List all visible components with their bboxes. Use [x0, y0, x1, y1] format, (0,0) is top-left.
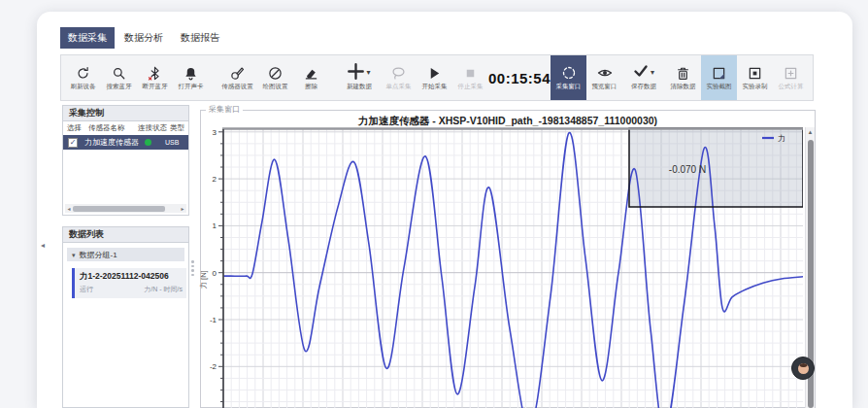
- open-soundcard-button[interactable]: 打开声卡: [173, 55, 209, 100]
- legend-label: 力: [778, 134, 785, 143]
- chevron-down-icon[interactable]: ▾: [366, 69, 370, 77]
- toolbar-gap: [329, 55, 338, 100]
- stop-collect-button[interactable]: 停止采集: [452, 55, 488, 100]
- chart-title: 力加速度传感器 - XHSP-V10HID_path_-1981348857_1…: [200, 115, 816, 128]
- plus-icon: [348, 63, 364, 84]
- check-icon: [633, 63, 649, 83]
- y-tick-label: -1: [210, 316, 217, 324]
- tab-data-collect[interactable]: 数据采集: [60, 27, 115, 49]
- data-item-title: 力1-2-20251112-042506: [80, 271, 183, 283]
- lasso-icon: [391, 65, 406, 81]
- disconnect-bluetooth-button[interactable]: 断开蓝牙: [137, 55, 173, 100]
- preview-window-button[interactable]: 预览窗口: [586, 55, 622, 100]
- clear-data-button[interactable]: 清除数据: [665, 55, 701, 100]
- data-group-row[interactable]: ▾ 数据分组-1: [67, 248, 184, 261]
- data-list-header: 数据列表: [62, 226, 189, 243]
- y-axis-label: 力 [N]: [199, 270, 208, 289]
- scroll-left-icon[interactable]: ◂: [65, 205, 73, 212]
- hand-pen-icon: [230, 65, 245, 81]
- tab-data-report[interactable]: 数据报告: [173, 27, 227, 49]
- bluetooth-off-icon: [148, 65, 162, 81]
- y-tick-label: 3: [213, 128, 217, 137]
- collect-control-header: 采集控制: [62, 105, 189, 121]
- toolbar-gap: [209, 55, 217, 100]
- search-icon: [112, 65, 126, 81]
- plot-settings-button[interactable]: 绘图设置: [257, 55, 293, 100]
- sensor-type: USB: [165, 139, 179, 146]
- sensor-settings-button[interactable]: 传感器设置: [217, 55, 257, 100]
- dashed-circle-icon: [561, 65, 577, 81]
- app-window: 数据采集 数据分析 数据报告 刷新设备 搜索蓝牙 断开蓝牙 打开声卡 传感器设置…: [37, 12, 852, 408]
- data-item-axes: 力/N - 时间/s: [144, 285, 183, 294]
- avatar-button[interactable]: [791, 357, 815, 380]
- y-tick-label: 1: [213, 221, 217, 230]
- sensor-table-hscrollbar[interactable]: ◂ ▸: [65, 204, 186, 213]
- chevron-down-icon[interactable]: ▾: [651, 69, 654, 77]
- collect-timer: 00:15:54: [488, 55, 551, 100]
- eye-icon: [597, 65, 613, 81]
- sensor-checkbox[interactable]: ✓: [68, 138, 78, 148]
- refresh-icon: [76, 65, 90, 81]
- sidebar-collapse-arrow[interactable]: ◂: [41, 241, 45, 250]
- experiment-record-button[interactable]: 实验录制: [737, 55, 773, 100]
- stop-icon: [463, 65, 478, 81]
- person-icon: [798, 363, 809, 374]
- play-icon: [427, 65, 442, 81]
- trash-icon: [676, 65, 690, 81]
- status-dot: [145, 139, 151, 146]
- y-tick-label: -2: [210, 362, 217, 371]
- tab-data-analysis[interactable]: 数据分析: [117, 27, 171, 49]
- sensor-table-columns: 选择 传感器名称 连接状态 类型: [63, 121, 188, 135]
- scroll-right-icon[interactable]: ▸: [179, 205, 186, 212]
- y-tick-label: 2: [213, 175, 217, 184]
- chart-canvas[interactable]: -0.070 N3210-1-2力 [N]力: [194, 127, 803, 408]
- selection-annotation: -0.070 N: [669, 164, 706, 175]
- start-collect-button[interactable]: 开始采集: [417, 55, 452, 100]
- bell-icon: [184, 65, 198, 81]
- pen-circle-icon: [268, 65, 283, 81]
- scrollbar-thumb[interactable]: [73, 206, 165, 212]
- sensor-table: 选择 传感器名称 连接状态 类型 ✓ 力加速度传感器 USB ◂ ▸: [62, 121, 189, 216]
- chevron-down-icon: ▾: [72, 252, 76, 258]
- formula-calc-button[interactable]: 公式计算: [773, 55, 809, 100]
- scroll-up-icon[interactable]: ▲: [806, 127, 815, 138]
- search-bluetooth-button[interactable]: 搜索蓝牙: [101, 55, 137, 100]
- new-data-button[interactable]: ▾ 新建数据: [338, 55, 381, 100]
- save-data-button[interactable]: ▾ 保存数据: [622, 55, 665, 100]
- record-icon: [748, 65, 762, 81]
- sensor-name: 力加速度传感器: [84, 137, 145, 148]
- data-list: ▾ 数据分组-1 力1-2-20251112-042506 运行 力/N - 时…: [62, 243, 189, 408]
- screenshot-icon: [712, 65, 726, 81]
- refresh-device-button[interactable]: 刷新设备: [65, 55, 101, 100]
- eraser-icon: [304, 65, 318, 81]
- y-axis: 3210-1-2: [210, 128, 223, 408]
- formula-icon: [784, 65, 798, 81]
- collect-window-button[interactable]: 采集窗口: [551, 55, 586, 100]
- main-tabs: 数据采集 数据分析 数据报告: [60, 27, 227, 49]
- data-list-item[interactable]: 力1-2-20251112-042506 运行 力/N - 时间/s: [72, 268, 186, 298]
- data-item-status: 运行: [80, 285, 93, 294]
- experiment-screenshot-button[interactable]: 实验截图: [701, 55, 737, 100]
- single-point-collect-button[interactable]: 单点采集: [381, 55, 417, 100]
- toolbar: 刷新设备 搜索蓝牙 断开蓝牙 打开声卡 传感器设置 绘图设置 擦除 ▾: [60, 54, 814, 101]
- screen: { "tabs": [ {"label": "数据采集", "active": …: [0, 0, 868, 408]
- erase-button[interactable]: 擦除: [293, 55, 329, 100]
- sensor-row[interactable]: ✓ 力加速度传感器 USB: [63, 135, 188, 150]
- y-tick-label: 0: [213, 269, 217, 278]
- collect-window-panel-label: 采集窗口: [206, 104, 243, 115]
